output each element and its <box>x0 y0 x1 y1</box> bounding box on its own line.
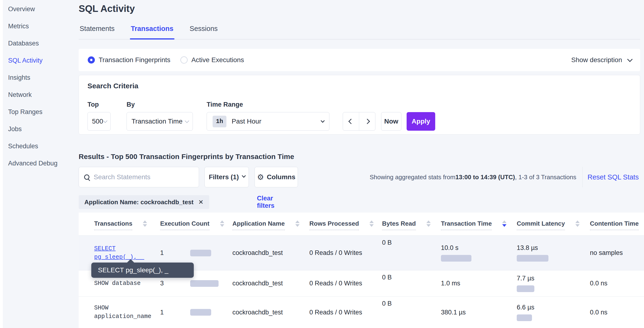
commit-latency-bar <box>517 315 532 321</box>
column-header-contention-time[interactable]: Contention Time <box>590 220 644 235</box>
top-select[interactable]: 500 <box>88 112 110 131</box>
filters-button[interactable]: Filters (1) <box>204 167 249 187</box>
column-label: Bytes Read <box>382 220 416 230</box>
commit-latency-bar <box>517 285 534 292</box>
chevron-left-icon <box>348 119 354 124</box>
commit-latency-bar <box>517 255 548 262</box>
sidebar-item-top-ranges[interactable]: Top Ranges <box>3 103 72 120</box>
transactions-table: Transactions Execution Count Application… <box>79 213 644 328</box>
transaction-time-cell: 1.0 ms <box>441 280 517 287</box>
filters-label: Filters (1) <box>209 173 239 181</box>
top-field-group: Top 500 <box>88 101 110 131</box>
by-select[interactable]: Transaction Time <box>126 112 193 131</box>
tab-sessions[interactable]: Sessions <box>189 25 219 39</box>
sidebar-item-schedules[interactable]: Schedules <box>3 138 72 155</box>
rows-processed-cell: 0 Reads / 0 Writes <box>309 309 382 316</box>
commit-latency-cell: 7.7 µs <box>517 275 590 292</box>
sidebar-item-network[interactable]: Network <box>3 86 72 103</box>
column-header-transaction-time[interactable]: Transaction Time <box>441 220 517 235</box>
sort-icon[interactable] <box>426 220 431 227</box>
by-label: By <box>126 101 193 108</box>
commit-latency-value: 7.7 µs <box>517 275 583 282</box>
columns-label: Columns <box>267 173 295 181</box>
radio-unselected-icon[interactable] <box>180 56 188 64</box>
rows-processed-cell: 0 Reads / 0 Writes <box>309 249 382 257</box>
transaction-fingerprint-link[interactable]: SELECT pg_sleep(_), _ <box>94 244 160 262</box>
application-name-cell: cockroachdb_test <box>232 280 309 287</box>
time-range-label: Time Range <box>207 101 330 108</box>
radio-active-executions[interactable]: Active Executions <box>180 56 244 64</box>
execution-count-value: 1 <box>160 249 190 257</box>
tab-transactions[interactable]: Transactions <box>130 25 174 39</box>
remove-filter-icon[interactable]: ✕ <box>198 198 204 206</box>
by-value: Transaction Time <box>132 118 182 125</box>
chevron-down-icon <box>627 57 633 62</box>
sidebar-item-overview[interactable]: Overview <box>3 0 72 18</box>
sidebar-item-sql-activity[interactable]: SQL Activity <box>3 52 72 69</box>
chevron-down-icon <box>242 174 246 178</box>
transaction-fingerprint-link[interactable]: SHOW application_name <box>94 304 160 321</box>
commit-latency-cell: 6.6 µs <box>517 304 590 321</box>
rows-processed-cell: 0 Reads / 0 Writes <box>309 280 382 287</box>
column-header-rows-processed[interactable]: Rows Processed <box>309 220 382 235</box>
sidebar-item-jobs[interactable]: Jobs <box>3 120 72 138</box>
radio-transaction-fingerprints[interactable]: Transaction Fingerprints <box>88 56 170 64</box>
tab-statements[interactable]: Statements <box>79 25 116 39</box>
chevron-down-icon <box>103 119 108 123</box>
commit-latency-value: 6.6 µs <box>517 304 583 311</box>
sidebar-item-insights[interactable]: Insights <box>3 69 72 86</box>
columns-button[interactable]: ⚙ Columns <box>254 167 298 187</box>
column-header-bytes-read[interactable]: Bytes Read <box>382 220 441 235</box>
time-range-select[interactable]: 1h Past Hour <box>207 112 330 131</box>
application-name-cell: cockroachdb_test <box>232 249 309 257</box>
commit-latency-value: 13.8 µs <box>517 244 583 252</box>
chevron-down-icon <box>185 119 189 123</box>
chevron-right-icon <box>364 119 370 124</box>
execution-count-value: 1 <box>160 309 190 316</box>
show-description-toggle[interactable]: Show description <box>571 56 631 64</box>
by-field-group: By Transaction Time <box>126 101 193 131</box>
apply-button[interactable]: Apply <box>406 112 435 131</box>
column-header-application-name[interactable]: Application Name <box>232 220 309 235</box>
column-label: Execution Count <box>160 220 210 230</box>
clear-filters-link[interactable]: Clear filters <box>257 195 274 209</box>
time-range-field-group: Time Range 1h Past Hour <box>207 101 330 131</box>
search-criteria-form: Top 500 By Transaction Time Time Range 1… <box>88 101 631 131</box>
stats-suffix: , 1-3 of 3 Transactions <box>515 173 576 181</box>
transaction-fingerprint-link[interactable]: SHOW database <box>94 279 160 288</box>
sort-icon[interactable] <box>370 220 374 227</box>
application-name-cell: cockroachdb_test <box>232 309 309 316</box>
sidebar-item-metrics[interactable]: Metrics <box>3 18 72 35</box>
execution-count-bar <box>190 280 218 287</box>
sort-icon[interactable] <box>295 220 300 227</box>
view-mode-card: Transaction Fingerprints Active Executio… <box>79 49 640 71</box>
execution-count-cell: 3 <box>160 280 232 287</box>
reset-sql-stats-link[interactable]: Reset SQL Stats <box>588 167 639 187</box>
transaction-time-cell: 380.1 µs <box>441 309 517 316</box>
top-label: Top <box>88 101 110 108</box>
radio-selected-icon[interactable] <box>88 56 95 64</box>
execution-count-bar <box>190 250 211 256</box>
sort-icon[interactable] <box>575 220 580 227</box>
sidebar-item-databases[interactable]: Databases <box>3 35 72 52</box>
transaction-time-value: 1.0 ms <box>441 280 510 287</box>
chevron-down-icon <box>320 119 324 123</box>
execution-count-cell: 1 <box>160 309 232 316</box>
commit-latency-cell: 13.8 µs <box>517 244 590 262</box>
column-header-execution-count[interactable]: Execution Count <box>160 220 232 235</box>
sidebar-item-advanced-debug[interactable]: Advanced Debug <box>3 155 72 172</box>
sort-icon[interactable] <box>143 220 147 227</box>
previous-time-range-button[interactable] <box>343 112 359 131</box>
column-header-commit-latency[interactable]: Commit Latency <box>517 220 590 235</box>
sort-icon[interactable] <box>220 220 224 227</box>
bytes-read-cell: 0 B <box>382 236 441 246</box>
bytes-read-cell: 0 B <box>382 270 441 281</box>
column-header-transactions[interactable]: Transactions <box>94 220 160 235</box>
now-button[interactable]: Now <box>381 112 401 131</box>
execution-count-value: 3 <box>160 280 190 287</box>
search-icon <box>84 174 90 180</box>
search-input[interactable] <box>94 173 194 181</box>
sort-icon-active-desc[interactable] <box>502 220 506 227</box>
execution-count-cell: 1 <box>160 249 232 257</box>
next-time-range-button[interactable] <box>359 112 375 131</box>
